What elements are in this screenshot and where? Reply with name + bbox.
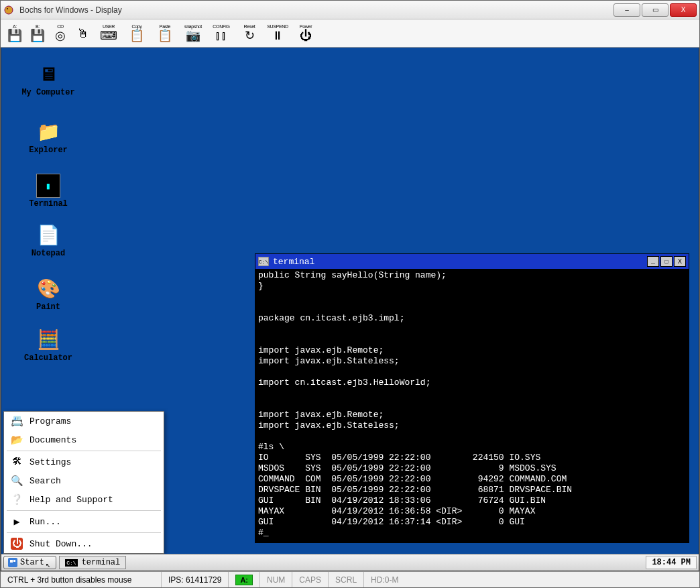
toolbar-copy[interactable]: Copy📋 — [124, 21, 150, 46]
start-button[interactable]: Start ↖ — [3, 556, 56, 569]
terminal-icon: C:\ — [258, 257, 269, 266]
start-menu-programs[interactable]: 📇Programs — [4, 412, 164, 430]
toolbar-icon: 🖱 — [77, 27, 89, 40]
desktop-icon-calculator[interactable]: 🧮Calculator — [21, 328, 75, 363]
toolbar-icon: 💾 — [30, 29, 45, 42]
desktop-icon-image: 📁 — [36, 120, 60, 144]
desktop-icon-image: 🖥 — [36, 62, 60, 86]
terminal-title: terminal — [273, 257, 314, 267]
menu-label: Documents — [30, 435, 76, 445]
desktop-icon-explorer[interactable]: 📁Explorer — [21, 120, 75, 155]
bochs-titlebar: Bochs for Windows - Display – ▭ X — [1, 1, 699, 19]
bochs-title: Bochs for Windows - Display — [17, 5, 614, 15]
toolbar-b-[interactable]: B:💾 — [27, 21, 48, 46]
toolbar-icon: ⌨ — [100, 29, 117, 42]
desktop-icon-paint[interactable]: 🎨Paint — [21, 277, 75, 312]
status-bar: CTRL + 3rd button disables mouse IPS: 61… — [1, 571, 699, 587]
toolbar-suspend[interactable]: SUSPEND⏸ — [265, 21, 290, 46]
menu-label: Run... — [30, 517, 61, 527]
status-hd: HD:0-M — [364, 572, 405, 587]
svg-point-1 — [7, 8, 8, 9]
terminal-window[interactable]: C:\ terminal _ ☐ X public String sayHell… — [255, 253, 689, 543]
bochs-icon — [3, 5, 14, 15]
taskbar-item-label: terminal — [82, 558, 121, 567]
shutdown-icon: ⏻ — [11, 538, 23, 550]
desktop-icon-image: 🧮 — [36, 328, 60, 352]
menu-label: Settings — [30, 457, 71, 467]
desktop-icon-my-computer[interactable]: 🖥My Computer — [21, 62, 75, 97]
terminal-close-button[interactable]: X — [674, 256, 686, 267]
close-button[interactable]: X — [670, 3, 697, 17]
desktop-icon-label: My Computer — [21, 88, 75, 97]
toolbar-cd[interactable]: CD◎ — [50, 21, 70, 46]
toolbar-snapshot[interactable]: snapshot📷 — [180, 21, 206, 46]
taskbar: Start ↖ C:\ terminal 18:44 PM — [1, 554, 699, 571]
toolbar-mouse[interactable]: 🖱 — [73, 21, 93, 46]
start-menu: 📇Programs📂Documents🛠Settings🔍Search❔Help… — [3, 411, 164, 554]
toolbar-icon: 📋 — [158, 29, 172, 42]
toolbar-user[interactable]: USER⌨ — [96, 21, 121, 46]
svg-rect-3 — [10, 560, 13, 563]
desktop-icon-notepad[interactable]: 📄Notepad — [21, 223, 75, 258]
terminal-minimize-button[interactable]: _ — [647, 256, 659, 267]
start-menu-search[interactable]: 🔍Search — [4, 471, 164, 490]
terminal-titlebar[interactable]: C:\ terminal _ ☐ X — [255, 254, 689, 269]
menu-label: Search — [30, 476, 61, 486]
menu-icon: 📂 — [11, 434, 23, 446]
bochs-toolbar: A:💾B:💾CD◎🖱USER⌨Copy📋Paste📋snapshot📷CONFI… — [1, 19, 699, 48]
svg-rect-4 — [13, 560, 15, 562]
desktop-icon-label: Notepad — [21, 249, 75, 258]
menu-icon: 🛠 — [11, 456, 23, 468]
menu-icon: ▶ — [11, 516, 23, 528]
toolbar-icon: 📋 — [129, 29, 144, 42]
toolbar-icon: ⫿⫿ — [215, 29, 227, 42]
toolbar-a-[interactable]: A:💾 — [5, 21, 25, 46]
toolbar-config[interactable]: CONFIG⫿⫿ — [209, 21, 234, 46]
start-menu-shut-down[interactable]: ⏻Shut Down... — [4, 534, 164, 553]
status-scrl: SCRL — [329, 572, 364, 587]
taskbar-clock: 18:44 PM — [646, 556, 697, 569]
maximize-button[interactable]: ▭ — [642, 3, 668, 17]
toolbar-paste[interactable]: Paste📋 — [152, 21, 178, 46]
svg-point-0 — [5, 6, 13, 14]
status-drive: A: — [229, 572, 260, 587]
desktop-icon-label: Explorer — [21, 145, 75, 155]
toolbar-icon: ⏸ — [272, 29, 284, 42]
desktop-icon-image: 🎨 — [36, 277, 60, 301]
toolbar-reset[interactable]: Reset↻ — [237, 21, 262, 46]
menu-icon: 📇 — [11, 415, 23, 427]
desktop-icon-image: 📄 — [36, 223, 60, 247]
bochs-window: Bochs for Windows - Display – ▭ X A:💾B:💾… — [0, 0, 700, 588]
toolbar-icon: 💾 — [7, 29, 22, 42]
terminal-maximize-button[interactable]: ☐ — [660, 256, 673, 267]
start-menu-documents[interactable]: 📂Documents — [4, 430, 164, 449]
menu-label: Shut Down... — [30, 539, 93, 549]
start-menu-help-and-support[interactable]: ❔Help and Support — [4, 490, 164, 509]
start-menu-settings[interactable]: 🛠Settings — [4, 453, 164, 471]
toolbar-icon: ◎ — [55, 29, 66, 42]
desktop-icon-image: ▮ — [36, 174, 60, 198]
start-icon — [8, 558, 17, 567]
toolbar-icon: 📷 — [186, 29, 200, 42]
toolbar-power[interactable]: Power⏻ — [293, 21, 318, 46]
start-label: Start — [20, 558, 44, 567]
taskbar-item-terminal[interactable]: C:\ terminal — [59, 556, 126, 569]
menu-label: Programs — [30, 416, 71, 426]
menu-label: Help and Support — [30, 495, 113, 505]
inner-desktop[interactable]: 🧮Calculator🎨Paint📄Notepad▮Terminal📁Explo… — [1, 48, 699, 571]
status-caps: CAPS — [292, 572, 329, 587]
desktop-icon-label: Calculator — [21, 353, 75, 363]
minimize-button[interactable]: – — [614, 3, 640, 17]
status-ips: IPS: 61411729 — [162, 572, 229, 587]
toolbar-icon: ↻ — [245, 29, 255, 42]
terminal-output[interactable]: public String sayHello(String name); } p… — [255, 269, 689, 542]
menu-icon: ❔ — [11, 493, 23, 506]
start-menu-run[interactable]: ▶Run... — [4, 512, 164, 531]
desktop-icon-label: Terminal — [21, 199, 75, 209]
desktop-icon-label: Paint — [21, 302, 75, 312]
status-mouse: CTRL + 3rd button disables mouse — [1, 572, 162, 587]
desktop-icon-terminal[interactable]: ▮Terminal — [21, 174, 75, 209]
status-num: NUM — [260, 572, 292, 587]
menu-icon: 🔍 — [11, 475, 23, 487]
toolbar-icon: ⏻ — [300, 29, 312, 42]
